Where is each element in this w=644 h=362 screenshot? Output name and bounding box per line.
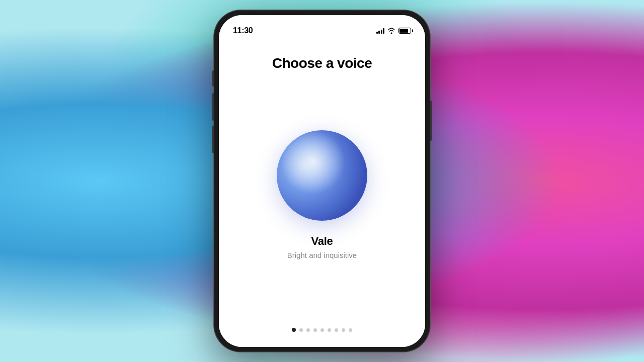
status-time: 11:30 — [233, 26, 253, 35]
screen-content: Choose a voice Vale Bright and inquisiti… — [219, 40, 425, 347]
power-button — [430, 101, 432, 141]
dot-1[interactable] — [292, 328, 296, 332]
voice-orb-area[interactable]: Vale Bright and inquisitive — [277, 71, 367, 328]
signal-bar-3 — [381, 30, 382, 34]
pagination-dots — [292, 328, 352, 332]
phone-frame: 11:30 — [214, 10, 430, 352]
signal-bar-1 — [376, 32, 378, 34]
dot-4[interactable] — [313, 328, 317, 332]
status-bar: 11:30 — [219, 15, 425, 40]
mute-button — [212, 70, 214, 86]
voice-orb[interactable] — [277, 130, 367, 221]
signal-bar-2 — [378, 31, 380, 34]
battery-fill — [399, 29, 408, 33]
volume-up-button — [212, 93, 214, 121]
battery-icon — [398, 28, 411, 34]
phone-screen: 11:30 — [219, 15, 425, 347]
wifi-icon — [387, 28, 395, 34]
dot-6[interactable] — [328, 328, 331, 332]
dot-5[interactable] — [320, 328, 324, 332]
dot-8[interactable] — [342, 328, 345, 332]
dot-7[interactable] — [335, 328, 338, 332]
page-title: Choose a voice — [272, 55, 372, 71]
status-icons — [376, 28, 412, 34]
dot-2[interactable] — [299, 328, 303, 332]
signal-bar-4 — [383, 28, 384, 34]
dot-3[interactable] — [306, 328, 310, 332]
phone-outer-shell: 11:30 — [214, 10, 430, 352]
volume-down-button — [212, 126, 214, 153]
voice-name: Vale — [311, 235, 333, 248]
signal-icon — [376, 28, 385, 34]
voice-description: Bright and inquisitive — [287, 251, 357, 259]
dot-9[interactable] — [349, 328, 352, 332]
